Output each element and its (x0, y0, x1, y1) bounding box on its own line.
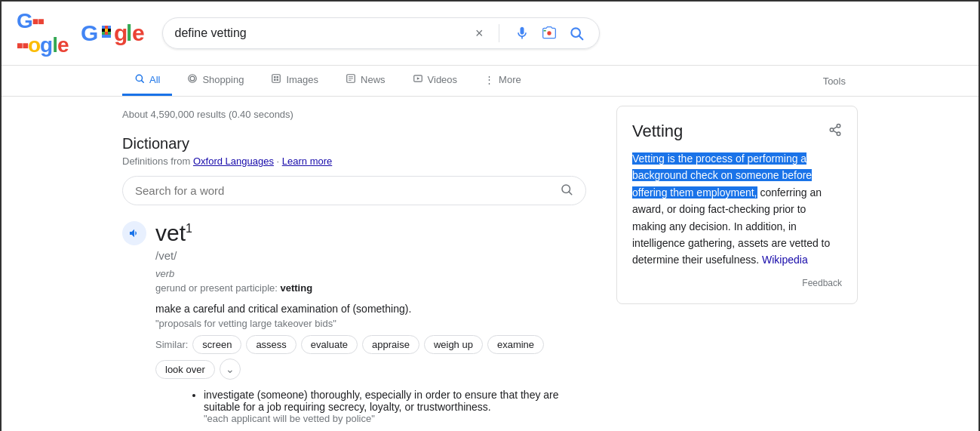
svg-line-39 (833, 131, 837, 133)
svg-line-35 (569, 192, 572, 195)
google-logo[interactable]: G■■■■ogle (17, 9, 69, 57)
svg-point-36 (837, 125, 840, 128)
tab-videos[interactable]: Videos (401, 66, 470, 96)
svg-text:G: G (81, 21, 98, 45)
microphone-button[interactable] (512, 26, 533, 41)
tab-shopping[interactable]: Shopping (175, 66, 256, 96)
svg-rect-24 (274, 76, 275, 78)
word-display: vet1 (155, 220, 192, 246)
similar-chip-appraise[interactable]: appraise (362, 335, 419, 354)
similar-chip-look-over[interactable]: look over (155, 360, 215, 379)
svg-point-38 (837, 132, 840, 136)
header: G■■■■ogle G g l e (2, 2, 978, 66)
svg-rect-9 (108, 32, 111, 35)
logo[interactable]: G g l e (81, 21, 150, 45)
knowledge-card-title: Vetting (632, 122, 683, 141)
oxford-languages-link[interactable]: Oxford Languages (193, 155, 274, 167)
word-form: gerund or present participle: vetting (155, 282, 586, 294)
results-area: About 4,590,000 results (0.40 seconds) D… (122, 106, 586, 431)
results-count: About 4,590,000 results (0.40 seconds) (122, 106, 586, 120)
svg-rect-25 (277, 76, 278, 78)
svg-rect-7 (102, 32, 105, 35)
similar-chip-examine[interactable]: examine (487, 335, 544, 354)
tab-all[interactable]: All (122, 66, 172, 96)
search-button[interactable] (566, 26, 587, 41)
similar-row: Similar: screen assess evaluate appraise… (155, 335, 586, 380)
similar-chip-screen[interactable]: screen (192, 335, 241, 354)
svg-point-37 (830, 128, 834, 132)
svg-rect-12 (108, 35, 111, 38)
sound-button[interactable] (122, 221, 146, 245)
definition-1: make a careful and critical examination … (155, 303, 586, 380)
tab-news[interactable]: News (333, 66, 398, 96)
knowledge-card-body: Vetting is the process of performing a b… (632, 150, 842, 269)
svg-rect-4 (102, 29, 105, 32)
shopping-icon (187, 73, 198, 86)
divider (499, 24, 499, 42)
svg-text:e: e (132, 21, 145, 45)
knowledge-card-header: Vetting (632, 122, 842, 141)
clear-button[interactable]: × (472, 26, 487, 42)
videos-icon (413, 73, 423, 86)
news-icon (346, 73, 356, 86)
search-bar: define vetting × (162, 17, 600, 49)
svg-rect-27 (277, 79, 278, 81)
svg-rect-11 (105, 35, 108, 38)
learn-more-link[interactable]: Learn more (282, 155, 332, 167)
svg-marker-33 (416, 77, 419, 80)
dictionary-source: Definitions from Oxford Languages · Lear… (122, 155, 586, 167)
pronunciation: /vet/ (155, 249, 586, 262)
svg-point-22 (191, 76, 195, 81)
similar-chip-evaluate[interactable]: evaluate (301, 335, 358, 354)
svg-line-18 (579, 36, 582, 40)
tab-more[interactable]: ⋮ More (472, 66, 533, 95)
share-button[interactable] (828, 123, 842, 140)
tab-images[interactable]: Images (259, 66, 330, 96)
svg-rect-26 (274, 79, 275, 81)
feedback-button[interactable]: Feedback (632, 278, 842, 288)
search-input[interactable]: define vetting (175, 26, 466, 40)
part-of-speech: verb (155, 268, 586, 279)
main-content: About 4,590,000 results (0.40 seconds) D… (2, 97, 978, 431)
dictionary-title: Dictionary (122, 135, 586, 152)
knowledge-card: Vetting Vetting is the process of perfor… (616, 106, 858, 304)
word-search-button[interactable] (560, 183, 573, 199)
svg-rect-2 (105, 26, 108, 29)
tools-button[interactable]: Tools (811, 68, 858, 94)
svg-rect-16 (543, 30, 545, 32)
svg-point-21 (189, 75, 197, 83)
svg-rect-8 (105, 32, 108, 35)
wikipedia-link[interactable]: Wikipedia (762, 254, 808, 266)
word-row: vet1 (122, 220, 586, 246)
similar-chip-weigh-up[interactable]: weigh up (424, 335, 483, 354)
similar-chip-assess[interactable]: assess (246, 335, 296, 354)
more-icon: ⋮ (484, 74, 494, 85)
svg-rect-10 (102, 35, 105, 38)
search-icon (134, 73, 145, 86)
word-search-input[interactable] (135, 184, 554, 197)
camera-button[interactable] (539, 26, 560, 41)
svg-line-40 (833, 127, 837, 129)
svg-rect-23 (272, 75, 281, 83)
word-search-box (122, 176, 586, 205)
svg-rect-3 (108, 26, 111, 29)
definition-list-item: investigate (someone) thoroughly, especi… (204, 389, 586, 424)
dictionary-section: Dictionary Definitions from Oxford Langu… (122, 135, 586, 424)
svg-rect-1 (102, 26, 105, 29)
nav-tabs: All Shopping Images News Videos ⋮ More T… (2, 66, 978, 97)
svg-rect-6 (108, 29, 111, 32)
svg-rect-5 (105, 29, 108, 32)
svg-line-20 (142, 81, 144, 83)
definition-2: investigate (someone) thoroughly, especi… (155, 389, 586, 424)
images-icon (271, 73, 281, 86)
right-panel: Vetting Vetting is the process of perfor… (616, 106, 858, 431)
similar-expand-button[interactable]: ⌄ (220, 359, 241, 380)
